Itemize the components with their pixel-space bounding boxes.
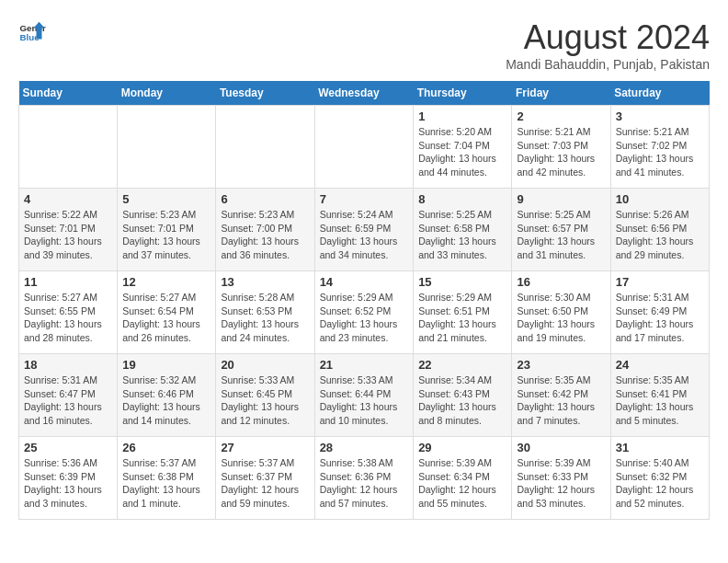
calendar-cell: 30Sunrise: 5:39 AM Sunset: 6:33 PM Dayli… <box>512 437 610 520</box>
weekday-saturday: Saturday <box>610 81 709 106</box>
day-info: Sunrise: 5:40 AM Sunset: 6:32 PM Dayligh… <box>616 456 704 511</box>
calendar-cell: 15Sunrise: 5:29 AM Sunset: 6:51 PM Dayli… <box>414 271 512 354</box>
day-number: 8 <box>418 192 506 206</box>
day-number: 29 <box>418 441 506 454</box>
calendar-cell: 12Sunrise: 5:27 AM Sunset: 6:54 PM Dayli… <box>118 271 216 354</box>
day-number: 19 <box>122 358 210 372</box>
calendar-cell: 2Sunrise: 5:21 AM Sunset: 7:03 PM Daylig… <box>512 106 610 189</box>
day-info: Sunrise: 5:39 AM Sunset: 6:34 PM Dayligh… <box>418 456 506 511</box>
day-info: Sunrise: 5:24 AM Sunset: 6:59 PM Dayligh… <box>320 208 409 262</box>
day-number: 21 <box>320 358 409 372</box>
day-info: Sunrise: 5:30 AM Sunset: 6:50 PM Dayligh… <box>517 291 605 345</box>
weekday-header-row: SundayMondayTuesdayWednesdayThursdayFrid… <box>19 81 710 106</box>
weekday-tuesday: Tuesday <box>216 81 314 106</box>
day-info: Sunrise: 5:23 AM Sunset: 7:01 PM Dayligh… <box>122 208 210 262</box>
day-number: 4 <box>24 192 112 206</box>
day-info: Sunrise: 5:21 AM Sunset: 7:03 PM Dayligh… <box>517 125 605 179</box>
day-number: 11 <box>24 275 112 289</box>
day-number: 1 <box>418 109 506 123</box>
month-year-title: August 2024 <box>506 18 710 57</box>
calendar-cell: 28Sunrise: 5:38 AM Sunset: 6:36 PM Dayli… <box>314 437 414 520</box>
calendar-cell: 18Sunrise: 5:31 AM Sunset: 6:47 PM Dayli… <box>19 354 118 437</box>
day-number: 31 <box>616 441 704 454</box>
day-number: 15 <box>418 275 506 289</box>
calendar-cell: 10Sunrise: 5:26 AM Sunset: 6:56 PM Dayli… <box>610 189 709 271</box>
calendar-cell: 26Sunrise: 5:37 AM Sunset: 6:38 PM Dayli… <box>118 437 216 520</box>
day-number: 22 <box>418 358 506 372</box>
day-number: 27 <box>221 441 309 454</box>
calendar-cell: 20Sunrise: 5:33 AM Sunset: 6:45 PM Dayli… <box>216 354 314 437</box>
day-info: Sunrise: 5:21 AM Sunset: 7:02 PM Dayligh… <box>616 125 704 179</box>
day-info: Sunrise: 5:35 AM Sunset: 6:41 PM Dayligh… <box>616 373 704 428</box>
day-number: 13 <box>221 275 309 289</box>
day-number: 3 <box>616 109 704 123</box>
day-info: Sunrise: 5:28 AM Sunset: 6:53 PM Dayligh… <box>221 291 309 345</box>
calendar-cell: 6Sunrise: 5:23 AM Sunset: 7:00 PM Daylig… <box>216 189 314 271</box>
calendar-cell: 25Sunrise: 5:36 AM Sunset: 6:39 PM Dayli… <box>19 437 118 520</box>
calendar-body: 1Sunrise: 5:20 AM Sunset: 7:04 PM Daylig… <box>19 106 710 520</box>
day-number: 12 <box>122 275 210 289</box>
weekday-sunday: Sunday <box>19 81 118 106</box>
logo-icon: General Blue <box>18 18 46 46</box>
day-info: Sunrise: 5:37 AM Sunset: 6:38 PM Dayligh… <box>122 456 210 511</box>
weekday-friday: Friday <box>512 81 610 106</box>
day-info: Sunrise: 5:33 AM Sunset: 6:45 PM Dayligh… <box>221 373 309 428</box>
day-number: 6 <box>221 192 309 206</box>
day-number: 18 <box>24 358 112 372</box>
day-number: 10 <box>616 192 704 206</box>
day-number: 2 <box>517 109 605 123</box>
calendar-cell: 31Sunrise: 5:40 AM Sunset: 6:32 PM Dayli… <box>610 437 709 520</box>
calendar-cell <box>118 106 216 189</box>
day-info: Sunrise: 5:31 AM Sunset: 6:47 PM Dayligh… <box>24 373 112 428</box>
calendar-cell: 29Sunrise: 5:39 AM Sunset: 6:34 PM Dayli… <box>414 437 512 520</box>
calendar-cell: 23Sunrise: 5:35 AM Sunset: 6:42 PM Dayli… <box>512 354 610 437</box>
day-number: 9 <box>517 192 605 206</box>
day-number: 17 <box>616 275 704 289</box>
calendar-cell: 24Sunrise: 5:35 AM Sunset: 6:41 PM Dayli… <box>610 354 709 437</box>
day-number: 20 <box>221 358 309 372</box>
day-info: Sunrise: 5:27 AM Sunset: 6:55 PM Dayligh… <box>24 291 112 345</box>
day-info: Sunrise: 5:39 AM Sunset: 6:33 PM Dayligh… <box>517 456 605 511</box>
day-number: 5 <box>122 192 210 206</box>
day-info: Sunrise: 5:36 AM Sunset: 6:39 PM Dayligh… <box>24 456 112 511</box>
day-info: Sunrise: 5:22 AM Sunset: 7:01 PM Dayligh… <box>24 208 112 262</box>
calendar-cell: 17Sunrise: 5:31 AM Sunset: 6:49 PM Dayli… <box>610 271 709 354</box>
day-number: 7 <box>320 192 409 206</box>
day-info: Sunrise: 5:25 AM Sunset: 6:58 PM Dayligh… <box>418 208 506 262</box>
calendar-cell: 8Sunrise: 5:25 AM Sunset: 6:58 PM Daylig… <box>414 189 512 271</box>
day-info: Sunrise: 5:35 AM Sunset: 6:42 PM Dayligh… <box>517 373 605 428</box>
calendar-cell: 27Sunrise: 5:37 AM Sunset: 6:37 PM Dayli… <box>216 437 314 520</box>
calendar-cell: 16Sunrise: 5:30 AM Sunset: 6:50 PM Dayli… <box>512 271 610 354</box>
calendar-cell <box>314 106 414 189</box>
day-info: Sunrise: 5:20 AM Sunset: 7:04 PM Dayligh… <box>418 125 506 179</box>
day-info: Sunrise: 5:26 AM Sunset: 6:56 PM Dayligh… <box>616 208 704 262</box>
calendar-cell <box>19 106 118 189</box>
day-info: Sunrise: 5:33 AM Sunset: 6:44 PM Dayligh… <box>320 373 409 428</box>
day-info: Sunrise: 5:27 AM Sunset: 6:54 PM Dayligh… <box>122 291 210 345</box>
calendar-cell: 11Sunrise: 5:27 AM Sunset: 6:55 PM Dayli… <box>19 271 118 354</box>
day-number: 25 <box>24 441 112 454</box>
page-header: General Blue August 2024 Mandi Bahauddin… <box>18 18 710 72</box>
weekday-monday: Monday <box>118 81 216 106</box>
calendar-cell: 3Sunrise: 5:21 AM Sunset: 7:02 PM Daylig… <box>610 106 709 189</box>
day-info: Sunrise: 5:31 AM Sunset: 6:49 PM Dayligh… <box>616 291 704 345</box>
day-number: 28 <box>320 441 409 454</box>
calendar-cell: 14Sunrise: 5:29 AM Sunset: 6:52 PM Dayli… <box>314 271 414 354</box>
calendar-week-5: 25Sunrise: 5:36 AM Sunset: 6:39 PM Dayli… <box>19 437 710 520</box>
day-info: Sunrise: 5:34 AM Sunset: 6:43 PM Dayligh… <box>418 373 506 428</box>
calendar-cell: 1Sunrise: 5:20 AM Sunset: 7:04 PM Daylig… <box>414 106 512 189</box>
calendar-week-4: 18Sunrise: 5:31 AM Sunset: 6:47 PM Dayli… <box>19 354 710 437</box>
day-info: Sunrise: 5:37 AM Sunset: 6:37 PM Dayligh… <box>221 456 309 511</box>
weekday-thursday: Thursday <box>414 81 512 106</box>
day-number: 30 <box>517 441 605 454</box>
day-number: 23 <box>517 358 605 372</box>
day-number: 24 <box>616 358 704 372</box>
day-info: Sunrise: 5:32 AM Sunset: 6:46 PM Dayligh… <box>122 373 210 428</box>
calendar-cell: 13Sunrise: 5:28 AM Sunset: 6:53 PM Dayli… <box>216 271 314 354</box>
title-block: August 2024 Mandi Bahauddin, Punjab, Pak… <box>506 18 710 72</box>
calendar-cell: 9Sunrise: 5:25 AM Sunset: 6:57 PM Daylig… <box>512 189 610 271</box>
calendar-cell: 21Sunrise: 5:33 AM Sunset: 6:44 PM Dayli… <box>314 354 414 437</box>
calendar-week-3: 11Sunrise: 5:27 AM Sunset: 6:55 PM Dayli… <box>19 271 710 354</box>
location-label: Mandi Bahauddin, Punjab, Pakistan <box>506 57 710 72</box>
weekday-wednesday: Wednesday <box>314 81 414 106</box>
